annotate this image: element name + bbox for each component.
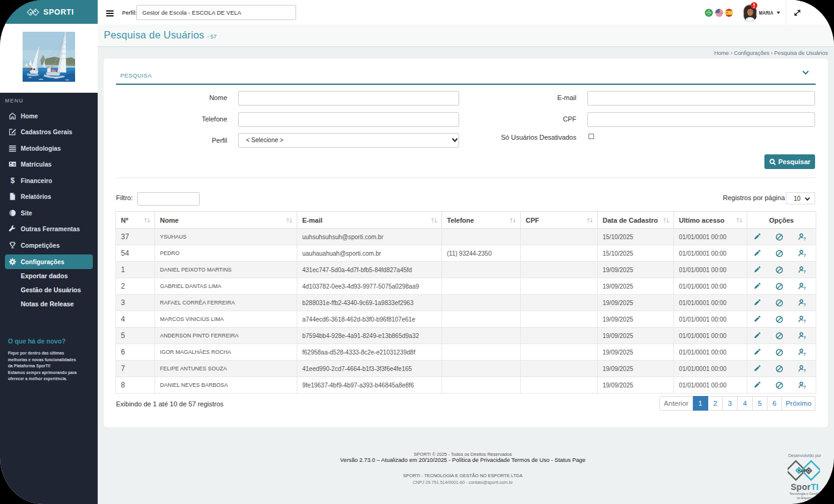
svg-text:?: ? <box>803 286 806 290</box>
svg-text:?: ? <box>803 270 806 274</box>
svg-text:?: ? <box>803 319 806 323</box>
svg-text:?: ? <box>803 385 806 389</box>
svg-text:?: ? <box>803 303 806 307</box>
svg-text:?: ? <box>803 352 806 356</box>
svg-text:?: ? <box>803 253 806 257</box>
svg-text:?: ? <box>803 336 806 340</box>
svg-text:?: ? <box>803 369 806 373</box>
svg-text:?: ? <box>803 237 806 241</box>
